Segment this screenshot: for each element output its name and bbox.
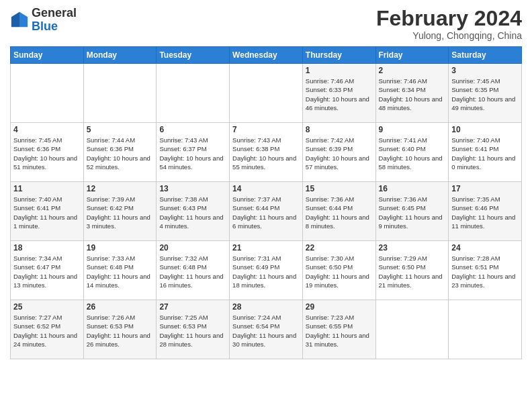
day-info: Sunrise: 7:40 AM Sunset: 6:41 PM Dayligh…: [13, 195, 81, 230]
calendar-cell: [375, 300, 449, 359]
subtitle: Yulong, Chongqing, China: [376, 30, 522, 41]
weekday-header: Saturday: [449, 47, 522, 64]
day-info: Sunrise: 7:35 AM Sunset: 6:46 PM Dayligh…: [451, 195, 519, 230]
day-info: Sunrise: 7:39 AM Sunset: 6:42 PM Dayligh…: [87, 195, 154, 230]
day-number: 16: [379, 184, 446, 193]
calendar-cell: 18Sunrise: 7:34 AM Sunset: 6:47 PM Dayli…: [11, 241, 84, 300]
calendar-cell: 29Sunrise: 7:23 AM Sunset: 6:55 PM Dayli…: [302, 300, 375, 359]
weekday-header: Sunday: [11, 47, 84, 64]
day-info: Sunrise: 7:25 AM Sunset: 6:53 PM Dayligh…: [159, 313, 226, 349]
page: General Blue February 2024 Yulong, Chong…: [0, 0, 532, 411]
day-number: 6: [159, 125, 226, 134]
day-number: 10: [451, 125, 519, 134]
day-info: Sunrise: 7:30 AM Sunset: 6:50 PM Dayligh…: [306, 254, 373, 289]
day-info: Sunrise: 7:28 AM Sunset: 6:51 PM Dayligh…: [451, 254, 519, 289]
calendar-cell: 4Sunrise: 7:45 AM Sunset: 6:36 PM Daylig…: [11, 123, 84, 182]
calendar-cell: 3Sunrise: 7:45 AM Sunset: 6:35 PM Daylig…: [449, 64, 522, 123]
logo: General Blue: [10, 7, 77, 34]
day-info: Sunrise: 7:23 AM Sunset: 6:55 PM Dayligh…: [306, 313, 373, 349]
calendar-cell: 12Sunrise: 7:39 AM Sunset: 6:42 PM Dayli…: [83, 182, 157, 241]
day-number: 29: [306, 302, 373, 312]
day-info: Sunrise: 7:45 AM Sunset: 6:35 PM Dayligh…: [451, 77, 519, 112]
weekday-header: Tuesday: [157, 47, 230, 64]
day-number: 11: [13, 184, 81, 193]
weekday-header: Friday: [375, 47, 449, 64]
day-info: Sunrise: 7:43 AM Sunset: 6:38 PM Dayligh…: [232, 136, 300, 171]
calendar-cell: 5Sunrise: 7:44 AM Sunset: 6:36 PM Daylig…: [83, 123, 157, 182]
day-info: Sunrise: 7:45 AM Sunset: 6:36 PM Dayligh…: [13, 136, 81, 171]
calendar-cell: [83, 64, 157, 123]
calendar-cell: 7Sunrise: 7:43 AM Sunset: 6:38 PM Daylig…: [230, 123, 303, 182]
logo-blue: Blue: [32, 20, 77, 34]
day-number: 28: [232, 302, 300, 312]
calendar-cell: 17Sunrise: 7:35 AM Sunset: 6:46 PM Dayli…: [449, 182, 522, 241]
day-number: 23: [379, 243, 446, 253]
day-info: Sunrise: 7:46 AM Sunset: 6:34 PM Dayligh…: [379, 77, 446, 112]
calendar-cell: 11Sunrise: 7:40 AM Sunset: 6:41 PM Dayli…: [11, 182, 84, 241]
day-info: Sunrise: 7:27 AM Sunset: 6:52 PM Dayligh…: [13, 313, 81, 349]
calendar-cell: 22Sunrise: 7:30 AM Sunset: 6:50 PM Dayli…: [302, 241, 375, 300]
logo-general: General: [32, 7, 77, 20]
calendar-cell: 20Sunrise: 7:32 AM Sunset: 6:48 PM Dayli…: [157, 241, 230, 300]
calendar-cell: 1Sunrise: 7:46 AM Sunset: 6:33 PM Daylig…: [302, 64, 375, 123]
day-number: 17: [451, 184, 519, 193]
day-info: Sunrise: 7:24 AM Sunset: 6:54 PM Dayligh…: [232, 313, 300, 349]
calendar-cell: [157, 64, 230, 123]
day-number: 9: [379, 125, 446, 134]
calendar-cell: 15Sunrise: 7:36 AM Sunset: 6:44 PM Dayli…: [302, 182, 375, 241]
weekday-header: Monday: [83, 47, 157, 64]
day-number: 7: [232, 125, 300, 134]
day-info: Sunrise: 7:36 AM Sunset: 6:45 PM Dayligh…: [379, 195, 446, 230]
svg-marker-0: [19, 12, 28, 27]
day-number: 15: [306, 184, 373, 193]
calendar-cell: 24Sunrise: 7:28 AM Sunset: 6:51 PM Dayli…: [449, 241, 522, 300]
header: General Blue February 2024 Yulong, Chong…: [10, 7, 522, 41]
calendar-cell: 19Sunrise: 7:33 AM Sunset: 6:48 PM Dayli…: [83, 241, 157, 300]
calendar-cell: 23Sunrise: 7:29 AM Sunset: 6:50 PM Dayli…: [375, 241, 449, 300]
calendar-header-row: SundayMondayTuesdayWednesdayThursdayFrid…: [11, 47, 522, 64]
calendar-week-row: 11Sunrise: 7:40 AM Sunset: 6:41 PM Dayli…: [11, 182, 522, 241]
day-number: 20: [159, 243, 226, 253]
calendar-week-row: 25Sunrise: 7:27 AM Sunset: 6:52 PM Dayli…: [11, 300, 522, 359]
day-info: Sunrise: 7:38 AM Sunset: 6:43 PM Dayligh…: [159, 195, 226, 230]
calendar-cell: 10Sunrise: 7:40 AM Sunset: 6:41 PM Dayli…: [449, 123, 522, 182]
day-info: Sunrise: 7:32 AM Sunset: 6:48 PM Dayligh…: [159, 254, 226, 289]
day-info: Sunrise: 7:42 AM Sunset: 6:39 PM Dayligh…: [306, 136, 373, 171]
day-number: 5: [87, 125, 154, 134]
calendar-cell: 8Sunrise: 7:42 AM Sunset: 6:39 PM Daylig…: [302, 123, 375, 182]
day-info: Sunrise: 7:34 AM Sunset: 6:47 PM Dayligh…: [13, 254, 81, 289]
calendar-cell: 21Sunrise: 7:31 AM Sunset: 6:49 PM Dayli…: [230, 241, 303, 300]
day-number: 4: [13, 125, 81, 134]
logo-text: General Blue: [32, 7, 77, 34]
day-number: 21: [232, 243, 300, 253]
day-info: Sunrise: 7:40 AM Sunset: 6:41 PM Dayligh…: [451, 136, 519, 171]
day-number: 12: [87, 184, 154, 193]
day-number: 2: [379, 66, 446, 75]
calendar-cell: 16Sunrise: 7:36 AM Sunset: 6:45 PM Dayli…: [375, 182, 449, 241]
calendar-week-row: 1Sunrise: 7:46 AM Sunset: 6:33 PM Daylig…: [11, 64, 522, 123]
calendar-cell: 6Sunrise: 7:43 AM Sunset: 6:37 PM Daylig…: [157, 123, 230, 182]
title-block: February 2024 Yulong, Chongqing, China: [376, 7, 522, 41]
day-info: Sunrise: 7:41 AM Sunset: 6:40 PM Dayligh…: [379, 136, 446, 171]
calendar-cell: 2Sunrise: 7:46 AM Sunset: 6:34 PM Daylig…: [375, 64, 449, 123]
day-info: Sunrise: 7:31 AM Sunset: 6:49 PM Dayligh…: [232, 254, 300, 289]
day-info: Sunrise: 7:43 AM Sunset: 6:37 PM Dayligh…: [159, 136, 226, 171]
calendar-cell: 27Sunrise: 7:25 AM Sunset: 6:53 PM Dayli…: [157, 300, 230, 359]
day-info: Sunrise: 7:36 AM Sunset: 6:44 PM Dayligh…: [306, 195, 373, 230]
calendar-cell: [449, 300, 522, 359]
day-number: 26: [87, 302, 154, 312]
calendar-week-row: 18Sunrise: 7:34 AM Sunset: 6:47 PM Dayli…: [11, 241, 522, 300]
calendar-cell: [230, 64, 303, 123]
calendar-cell: 28Sunrise: 7:24 AM Sunset: 6:54 PM Dayli…: [230, 300, 303, 359]
logo-icon: [10, 11, 29, 30]
calendar-cell: 25Sunrise: 7:27 AM Sunset: 6:52 PM Dayli…: [11, 300, 84, 359]
main-title: February 2024: [376, 7, 522, 30]
calendar-table: SundayMondayTuesdayWednesdayThursdayFrid…: [10, 46, 522, 359]
day-number: 14: [232, 184, 300, 193]
calendar-cell: 26Sunrise: 7:26 AM Sunset: 6:53 PM Dayli…: [83, 300, 157, 359]
calendar-cell: [11, 64, 84, 123]
calendar-cell: 14Sunrise: 7:37 AM Sunset: 6:44 PM Dayli…: [230, 182, 303, 241]
weekday-header: Thursday: [302, 47, 375, 64]
day-info: Sunrise: 7:33 AM Sunset: 6:48 PM Dayligh…: [87, 254, 154, 289]
calendar-cell: 13Sunrise: 7:38 AM Sunset: 6:43 PM Dayli…: [157, 182, 230, 241]
